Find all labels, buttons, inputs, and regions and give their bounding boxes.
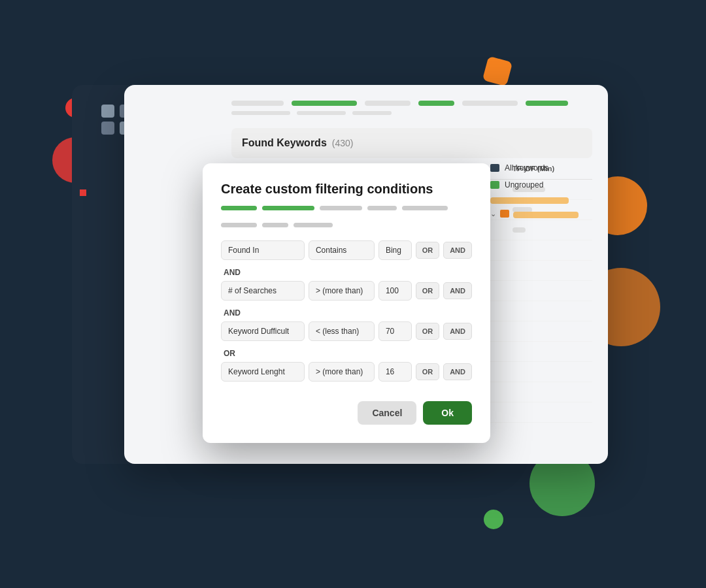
- sub-pills: [231, 111, 592, 115]
- legend-bar-2-wrapper: ⌄: [490, 209, 595, 218]
- ok-button[interactable]: Ok: [423, 401, 472, 425]
- filter-value-16[interactable]: 16: [378, 362, 412, 382]
- min-bar-cell: [507, 342, 592, 362]
- min-bar-cell: [507, 240, 592, 261]
- legend-bar-1-wrapper: [490, 197, 595, 204]
- section-header: Found Keywords (430): [231, 128, 592, 158]
- dialog-pill-6: [221, 223, 257, 227]
- min-bar-cell: [507, 301, 592, 321]
- filter-field-found-in[interactable]: Found In: [221, 240, 305, 260]
- filter-field-length[interactable]: Keyword Lenght: [221, 362, 305, 382]
- filter-rows: Found In Contains Bing OR AND AND # of S…: [221, 240, 472, 385]
- filter-row-3: Keyword Dufficult < (less than) 70 OR AN…: [221, 321, 472, 341]
- min-bar-cell: [507, 362, 592, 382]
- filter-row-2: # of Searches > (more than) 100 OR AND: [221, 281, 472, 301]
- or-btn-4[interactable]: OR: [416, 363, 440, 380]
- dialog[interactable]: Create custom filtering conditions Found…: [203, 163, 490, 443]
- deco-green-circle-small: [484, 510, 503, 529]
- connector-and-1: AND: [221, 264, 472, 281]
- legend-ungrouped: Ungrouped: [490, 180, 595, 189]
- filter-value-70[interactable]: 70: [378, 321, 412, 341]
- dialog-subtitle: [221, 206, 472, 227]
- dialog-title: Create custom filtering conditions: [221, 182, 472, 197]
- filter-operator-less-than[interactable]: < (less than): [309, 321, 375, 341]
- nav-pill-2[interactable]: [292, 101, 357, 106]
- logo-cell-1: [101, 105, 114, 118]
- dialog-pill-7: [262, 223, 288, 227]
- filter-field-difficulty[interactable]: Keyword Dufficult: [221, 321, 305, 341]
- nav-pill-5[interactable]: [462, 101, 518, 106]
- nav-pill-1[interactable]: [231, 101, 284, 106]
- legend-icon-all: [490, 164, 499, 172]
- and-btn-3[interactable]: AND: [443, 323, 472, 340]
- filter-row-1: Found In Contains Bing OR AND: [221, 240, 472, 260]
- connector-or-1: OR: [221, 345, 472, 362]
- min-bar-cell: [507, 382, 592, 402]
- section-title: Found Keywords: [242, 137, 327, 149]
- cancel-button[interactable]: Cancel: [358, 401, 416, 425]
- logo-cell-3: [101, 122, 114, 135]
- filter-value-bing[interactable]: Bing: [378, 240, 412, 260]
- filter-operator-more-than-2[interactable]: > (more than): [309, 362, 375, 382]
- nav-pill-6[interactable]: [526, 101, 568, 106]
- scene-wrapper: Found Keywords (430) # Keyword TF-IDF (A…: [72, 46, 634, 542]
- legend-bar-2: [513, 212, 579, 218]
- dialog-pill-3: [320, 206, 362, 210]
- dialog-pill-5: [402, 206, 448, 210]
- dialog-pill-4: [367, 206, 397, 210]
- dialog-pill-8: [294, 223, 333, 227]
- filter-field-searches[interactable]: # of Searches: [221, 281, 305, 301]
- dialog-pill-1: [221, 206, 257, 210]
- filter-row-4: Keyword Lenght > (more than) 16 OR AND: [221, 362, 472, 382]
- filter-operator-more-than-1[interactable]: > (more than): [309, 281, 375, 301]
- or-btn-2[interactable]: OR: [416, 282, 440, 299]
- legend-icon-orange: [500, 210, 509, 218]
- filter-value-100[interactable]: 100: [378, 281, 412, 301]
- sub-pill-3: [352, 111, 392, 115]
- filter-operator-contains[interactable]: Contains: [309, 240, 375, 260]
- or-btn-1[interactable]: OR: [416, 242, 440, 259]
- and-btn-2[interactable]: AND: [443, 282, 472, 299]
- min-bar-cell: [507, 281, 592, 301]
- dialog-pill-2: [262, 206, 314, 210]
- and-btn-1[interactable]: AND: [443, 242, 472, 259]
- legend-bar-1: [490, 197, 569, 204]
- min-bar: [513, 227, 526, 233]
- count-badge: (430): [332, 138, 354, 148]
- legend-all-keywords: All keywords: [490, 163, 595, 172]
- sub-pill-1: [231, 111, 290, 115]
- min-bar-cell: [507, 321, 592, 342]
- connector-and-2: AND: [221, 304, 472, 321]
- sidebar-red-dot: [80, 189, 86, 196]
- legend-label-all: All keywords: [505, 163, 548, 172]
- legend-icon-ungrouped: [490, 181, 499, 189]
- nav-pill-4[interactable]: [418, 101, 454, 106]
- sub-pill-2: [297, 111, 346, 115]
- and-btn-4[interactable]: AND: [443, 363, 472, 380]
- min-bar-cell: [507, 402, 592, 423]
- legend-label-ungrouped: Ungrouped: [505, 180, 543, 189]
- deco-orange-square: [482, 56, 513, 87]
- dialog-footer: Cancel Ok: [221, 401, 472, 425]
- right-panel: All keywords Ungrouped ⌄: [490, 163, 595, 223]
- nav-pill-3[interactable]: [365, 101, 411, 106]
- or-btn-3[interactable]: OR: [416, 323, 440, 340]
- nav-pills: [231, 101, 592, 106]
- min-bar-cell: [507, 261, 592, 281]
